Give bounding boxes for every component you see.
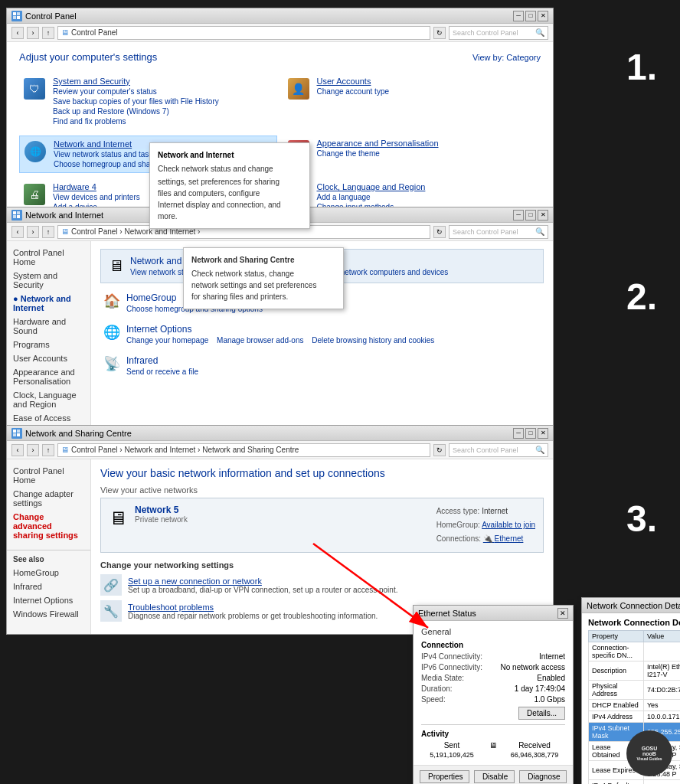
step2-back[interactable]: ‹ bbox=[11, 226, 24, 238]
system-title[interactable]: System and Security bbox=[53, 77, 219, 86]
cp-item-system: 🛡 System and Security Review your comput… bbox=[19, 74, 277, 129]
svg-rect-7 bbox=[17, 215, 20, 218]
forward-btn[interactable]: › bbox=[27, 27, 39, 39]
row-desc: DescriptionIntel(R) Ethernet Connection … bbox=[589, 662, 681, 681]
step3-address[interactable]: 🖥 Control Panel › Network and Internet ›… bbox=[57, 443, 430, 457]
step3-back[interactable]: ‹ bbox=[11, 444, 24, 456]
user-title[interactable]: User Accounts bbox=[317, 77, 390, 86]
step2-tooltip: Network and Sharing Centre Check network… bbox=[183, 247, 344, 309]
see-also-infrared[interactable]: Infrared bbox=[7, 580, 90, 593]
properties-btn[interactable]: Properties bbox=[420, 770, 469, 783]
hardware-title[interactable]: Hardware 4 bbox=[53, 182, 140, 191]
sidebar-appearance2[interactable]: Appearance and Personalisation bbox=[7, 365, 90, 388]
clock-title[interactable]: Clock, Language and Region bbox=[317, 182, 444, 191]
user-link1[interactable]: Change account type bbox=[317, 87, 390, 96]
sidebar-ease2[interactable]: Ease of Access bbox=[7, 411, 90, 425]
step2-search-placeholder: Search Control Panel bbox=[453, 228, 518, 236]
step3-window-title: Network and Sharing Centre bbox=[25, 429, 513, 438]
details-titlebar: Network Connection Details ✕ bbox=[582, 598, 680, 613]
step3-close[interactable]: ✕ bbox=[538, 428, 548, 439]
refresh-btn[interactable]: ↻ bbox=[433, 27, 446, 39]
step2-forward[interactable]: › bbox=[27, 226, 39, 238]
ipv4-conn-row: IPv4 Connectivity: Internet bbox=[421, 652, 565, 661]
step3-window: Network and Sharing Centre ─ □ ✕ ‹ › ↑ 🖥… bbox=[6, 425, 554, 635]
io-title[interactable]: Internet Options bbox=[126, 324, 440, 335]
step3-maximize[interactable]: □ bbox=[525, 428, 536, 439]
step2-refresh[interactable]: ↻ bbox=[433, 226, 446, 238]
step2-minimize[interactable]: ─ bbox=[513, 210, 524, 220]
search-bar[interactable]: Search Control Panel 🔍 bbox=[449, 26, 548, 40]
step3-refresh[interactable]: ↻ bbox=[433, 444, 446, 456]
step2-close[interactable]: ✕ bbox=[538, 210, 548, 220]
step1-titlebar: Control Panel ─ □ ✕ bbox=[7, 8, 553, 24]
step3-main: View your basic network information and … bbox=[91, 459, 553, 634]
ir-link1[interactable]: Send or receive a file bbox=[126, 368, 198, 376]
sidebar-programs2[interactable]: Programs bbox=[7, 338, 90, 351]
access-info: Access type: Internet HomeGroup: Availab… bbox=[436, 505, 535, 546]
network5-name[interactable]: Network 5 bbox=[135, 505, 188, 515]
sidebar-system[interactable]: System and Security bbox=[7, 269, 90, 292]
cp-titlebar-icon bbox=[11, 11, 22, 21]
svg-rect-6 bbox=[13, 215, 16, 218]
details-btn[interactable]: Details... bbox=[518, 707, 565, 720]
io-link1[interactable]: Change your homepage bbox=[126, 336, 208, 345]
user-text: User Accounts Change account type bbox=[317, 77, 390, 96]
svg-rect-11 bbox=[17, 433, 20, 436]
up-btn[interactable]: ↑ bbox=[42, 27, 54, 39]
clock-link1[interactable]: Add a language bbox=[317, 193, 371, 201]
connections-val[interactable]: 🔌 Ethernet bbox=[483, 534, 524, 543]
sidebar-user[interactable]: User Accounts bbox=[7, 351, 90, 365]
sidebar-network[interactable]: ● Network and Internet bbox=[7, 292, 90, 315]
sidebar-clock2[interactable]: Clock, Language and Region bbox=[7, 388, 90, 411]
step3-change-advanced[interactable]: Change advanced sharing settings bbox=[7, 510, 90, 542]
disable-btn[interactable]: Disable bbox=[474, 770, 515, 783]
sidebar-control-panel[interactable]: Control Panel Home bbox=[7, 246, 90, 269]
hardware-link1[interactable]: View devices and printers bbox=[53, 193, 140, 201]
step3-page-title: View your basic network information and … bbox=[100, 467, 544, 479]
step3-cp-home[interactable]: Control Panel Home bbox=[7, 464, 90, 487]
speed-row: Speed: 1.0 Gbps bbox=[421, 695, 565, 704]
minimize-btn[interactable]: ─ bbox=[513, 11, 524, 21]
ir-title[interactable]: Infrared bbox=[126, 355, 204, 366]
appearance-link1[interactable]: Change the theme bbox=[317, 149, 380, 158]
io-link2[interactable]: Manage browser add-ons bbox=[217, 336, 303, 345]
step3-sidebar: Control Panel Home Change adapter settin… bbox=[7, 459, 91, 634]
svg-rect-1 bbox=[17, 12, 20, 15]
io-link3[interactable]: Delete browsing history and cookies bbox=[312, 336, 434, 345]
svg-rect-10 bbox=[13, 433, 16, 436]
ipv6-conn-row: IPv6 Connectivity: No network access bbox=[421, 663, 565, 671]
ethernet-close[interactable]: ✕ bbox=[557, 608, 568, 619]
network-link1[interactable]: View network status and tasks bbox=[54, 150, 156, 158]
step1-window-buttons: ─ □ ✕ bbox=[513, 11, 548, 21]
step3-forward[interactable]: › bbox=[27, 444, 39, 456]
step2-up[interactable]: ↑ bbox=[42, 226, 54, 238]
maximize-btn[interactable]: □ bbox=[525, 11, 536, 21]
step3-up[interactable]: ↑ bbox=[42, 444, 54, 456]
see-also-homegroup[interactable]: HomeGroup bbox=[7, 566, 90, 580]
close-btn[interactable]: ✕ bbox=[538, 11, 548, 21]
address-bar[interactable]: 🖥 Control Panel bbox=[57, 26, 430, 40]
details-btn-wrap: Details... bbox=[421, 707, 565, 720]
system-link2[interactable]: Save backup copies of your files with Fi… bbox=[53, 97, 219, 106]
sidebar-hardware[interactable]: Hardware and Sound bbox=[7, 315, 90, 338]
step2-search[interactable]: Search Control Panel 🔍 bbox=[449, 225, 548, 239]
diagnose-btn[interactable]: Diagnose bbox=[519, 770, 567, 783]
svg-rect-2 bbox=[13, 16, 16, 19]
back-btn[interactable]: ‹ bbox=[11, 27, 24, 39]
homegroup-val[interactable]: Available to join bbox=[482, 521, 535, 529]
system-link4[interactable]: Find and fix problems bbox=[53, 117, 126, 126]
see-also-firewall[interactable]: Windows Firewall bbox=[7, 607, 90, 621]
step3-search[interactable]: Search Control Panel 🔍 bbox=[449, 443, 548, 457]
step3-minimize[interactable]: ─ bbox=[513, 428, 524, 439]
see-also-internet[interactable]: Internet Options bbox=[7, 593, 90, 607]
user-icon: 👤 bbox=[286, 77, 311, 101]
viewby-value[interactable]: Category bbox=[506, 53, 541, 62]
step3-number: 3. bbox=[626, 498, 657, 540]
details-header: Network Connection Details: bbox=[588, 618, 680, 627]
system-link3[interactable]: Back up and Restore (Windows 7) bbox=[53, 107, 169, 116]
system-link1[interactable]: Review your computer's status bbox=[53, 87, 157, 96]
appearance-title[interactable]: Appearance and Personalisation bbox=[317, 139, 439, 148]
step2-maximize[interactable]: □ bbox=[525, 210, 536, 220]
step3-change-adapter[interactable]: Change adapter settings bbox=[7, 487, 90, 510]
step3-titlebar-icon bbox=[11, 428, 22, 439]
